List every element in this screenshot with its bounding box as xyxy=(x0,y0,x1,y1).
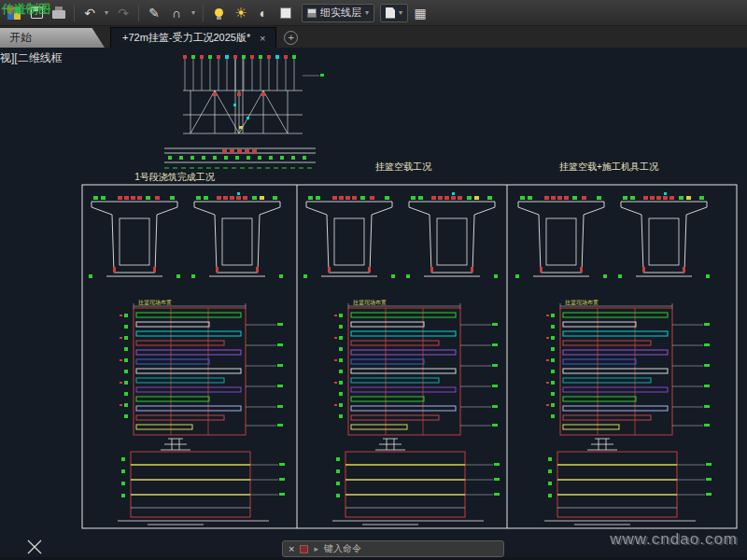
sun-icon: ☀ xyxy=(234,5,247,21)
load-case-title-3: 挂篮空载+施工机具工况 xyxy=(559,161,659,172)
quick-access-toolbar: ↶ ▾ ↷ ✎ ∩ ▾ ☀ ◐ 细实线层 ▾ ▾ ▦ xyxy=(0,0,747,26)
color-swatch-button[interactable] xyxy=(275,3,296,23)
load-case-title-2: 挂篮空载工况 xyxy=(375,161,432,172)
color-swatch-icon xyxy=(280,7,291,19)
draft-tool-button[interactable]: ✎ xyxy=(144,3,164,23)
contrast-button[interactable]: ◐ xyxy=(253,3,274,23)
corner-watermark: 传道制图 xyxy=(2,1,50,18)
caret-down-icon: ▾ xyxy=(105,8,108,17)
toolbar-separator xyxy=(203,5,204,21)
command-line-dock[interactable]: × ▸ 键入命令 xyxy=(282,540,504,557)
hanging-basket-elevation xyxy=(164,55,324,168)
pencil-icon: ✎ xyxy=(148,6,160,21)
toolbar-separator xyxy=(138,5,139,21)
column-drawing-1 xyxy=(89,192,285,525)
undo-dropdown[interactable]: ▾ xyxy=(102,3,111,23)
day-mode-button[interactable]: ☀ xyxy=(231,3,251,23)
layer-combobox-value: 细实线层 xyxy=(320,6,361,20)
arc-tool-button[interactable]: ∩ xyxy=(166,3,187,23)
redo-button[interactable]: ↷ xyxy=(113,3,134,23)
sheet-icon xyxy=(386,7,395,19)
tab-start[interactable]: 开始 xyxy=(0,28,105,48)
undo-icon: ↶ xyxy=(84,6,95,21)
arc-icon: ∩ xyxy=(172,6,181,21)
sheet-combobox[interactable]: ▾ xyxy=(380,4,408,22)
grid-button[interactable]: ▦ xyxy=(410,3,430,23)
undo-button[interactable]: ↶ xyxy=(79,3,100,23)
plot-button[interactable] xyxy=(49,3,69,23)
layer-combobox[interactable]: 细实线层 ▾ xyxy=(302,4,374,22)
new-tab-button[interactable]: + xyxy=(284,31,298,45)
command-tool-icon[interactable] xyxy=(300,545,308,553)
printer-icon xyxy=(52,10,65,19)
viewport-controls-label[interactable]: 视][二维线框 xyxy=(0,50,63,66)
model-space-canvas: 视][二维线框 xyxy=(0,48,747,560)
close-icon[interactable]: × xyxy=(289,543,294,554)
arc-tool-dropdown[interactable]: ▾ xyxy=(189,3,198,23)
contrast-icon: ◐ xyxy=(260,6,267,21)
chevron-right-icon: ▸ xyxy=(314,544,318,553)
caret-down-icon: ▾ xyxy=(365,8,369,17)
column-drawing-2 xyxy=(303,192,500,525)
tab-active-drawing[interactable]: +72m挂篮-受力工况2025版* × xyxy=(110,27,276,48)
toolbar-separator xyxy=(74,5,75,21)
grid-icon: ▦ xyxy=(414,6,426,21)
command-prompt-text[interactable]: 键入命令 xyxy=(324,542,361,555)
lightbulb-icon xyxy=(215,8,223,17)
caret-down-icon: ▾ xyxy=(399,8,402,17)
file-tab-bar: 开始 +72m挂篮-受力工况2025版* × + xyxy=(0,26,747,48)
column-drawing-3 xyxy=(515,192,712,525)
tab-active-label: +72m挂篮-受力工况2025版* xyxy=(122,31,250,45)
load-case-title-1: 1号段浇筑完成工况 xyxy=(134,172,216,182)
redo-icon: ↷ xyxy=(118,6,129,21)
drawing-canvas[interactable]: 挂篮现场布置 xyxy=(0,48,747,560)
close-icon[interactable]: × xyxy=(257,33,268,44)
sheet-border xyxy=(82,185,737,528)
ucs-icon[interactable] xyxy=(28,540,41,553)
site-watermark: www.cndao.com xyxy=(610,530,738,549)
tab-start-label: 开始 xyxy=(9,30,32,46)
caret-down-icon: ▾ xyxy=(191,8,195,17)
layer-icon xyxy=(307,8,317,18)
brightness-button[interactable] xyxy=(208,3,229,23)
